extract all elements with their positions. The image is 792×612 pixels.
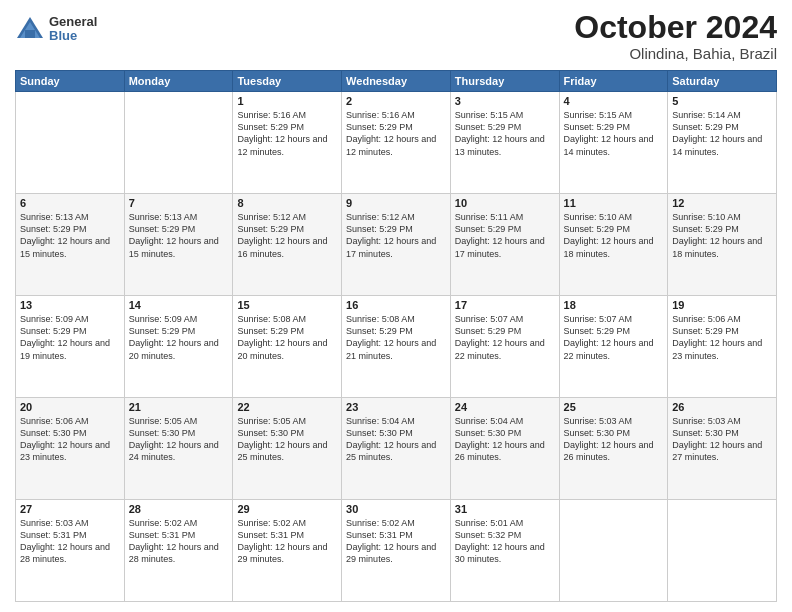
header: General Blue October 2024 Olindina, Bahi… <box>15 10 777 62</box>
day-number: 20 <box>20 401 120 413</box>
calendar-week-row: 6Sunrise: 5:13 AMSunset: 5:29 PMDaylight… <box>16 194 777 296</box>
calendar-cell: 12Sunrise: 5:10 AMSunset: 5:29 PMDayligh… <box>668 194 777 296</box>
calendar-cell: 26Sunrise: 5:03 AMSunset: 5:30 PMDayligh… <box>668 398 777 500</box>
cell-content: Sunrise: 5:02 AMSunset: 5:31 PMDaylight:… <box>129 517 229 566</box>
calendar-cell: 14Sunrise: 5:09 AMSunset: 5:29 PMDayligh… <box>124 296 233 398</box>
cell-content: Sunrise: 5:14 AMSunset: 5:29 PMDaylight:… <box>672 109 772 158</box>
day-number: 4 <box>564 95 664 107</box>
cell-content: Sunrise: 5:12 AMSunset: 5:29 PMDaylight:… <box>346 211 446 260</box>
calendar-table: SundayMondayTuesdayWednesdayThursdayFrid… <box>15 70 777 602</box>
cell-content: Sunrise: 5:03 AMSunset: 5:30 PMDaylight:… <box>672 415 772 464</box>
day-number: 7 <box>129 197 229 209</box>
cell-content: Sunrise: 5:03 AMSunset: 5:31 PMDaylight:… <box>20 517 120 566</box>
calendar-week-row: 20Sunrise: 5:06 AMSunset: 5:30 PMDayligh… <box>16 398 777 500</box>
title-block: October 2024 Olindina, Bahia, Brazil <box>574 10 777 62</box>
calendar-cell: 24Sunrise: 5:04 AMSunset: 5:30 PMDayligh… <box>450 398 559 500</box>
calendar-cell: 30Sunrise: 5:02 AMSunset: 5:31 PMDayligh… <box>342 500 451 602</box>
calendar-week-row: 27Sunrise: 5:03 AMSunset: 5:31 PMDayligh… <box>16 500 777 602</box>
cell-content: Sunrise: 5:16 AMSunset: 5:29 PMDaylight:… <box>237 109 337 158</box>
day-number: 17 <box>455 299 555 311</box>
calendar-cell: 20Sunrise: 5:06 AMSunset: 5:30 PMDayligh… <box>16 398 125 500</box>
logo-text: General Blue <box>49 15 97 44</box>
day-number: 16 <box>346 299 446 311</box>
calendar-cell: 21Sunrise: 5:05 AMSunset: 5:30 PMDayligh… <box>124 398 233 500</box>
weekday-header-saturday: Saturday <box>668 71 777 92</box>
weekday-header-friday: Friday <box>559 71 668 92</box>
cell-content: Sunrise: 5:12 AMSunset: 5:29 PMDaylight:… <box>237 211 337 260</box>
weekday-header-monday: Monday <box>124 71 233 92</box>
day-number: 14 <box>129 299 229 311</box>
day-number: 23 <box>346 401 446 413</box>
cell-content: Sunrise: 5:07 AMSunset: 5:29 PMDaylight:… <box>455 313 555 362</box>
cell-content: Sunrise: 5:09 AMSunset: 5:29 PMDaylight:… <box>129 313 229 362</box>
logo-general-text: General <box>49 15 97 29</box>
cell-content: Sunrise: 5:01 AMSunset: 5:32 PMDaylight:… <box>455 517 555 566</box>
day-number: 15 <box>237 299 337 311</box>
cell-content: Sunrise: 5:05 AMSunset: 5:30 PMDaylight:… <box>237 415 337 464</box>
calendar-cell <box>124 92 233 194</box>
calendar-cell: 4Sunrise: 5:15 AMSunset: 5:29 PMDaylight… <box>559 92 668 194</box>
calendar-cell: 1Sunrise: 5:16 AMSunset: 5:29 PMDaylight… <box>233 92 342 194</box>
cell-content: Sunrise: 5:06 AMSunset: 5:29 PMDaylight:… <box>672 313 772 362</box>
day-number: 11 <box>564 197 664 209</box>
calendar-week-row: 1Sunrise: 5:16 AMSunset: 5:29 PMDaylight… <box>16 92 777 194</box>
calendar-cell: 6Sunrise: 5:13 AMSunset: 5:29 PMDaylight… <box>16 194 125 296</box>
calendar-cell: 15Sunrise: 5:08 AMSunset: 5:29 PMDayligh… <box>233 296 342 398</box>
cell-content: Sunrise: 5:04 AMSunset: 5:30 PMDaylight:… <box>346 415 446 464</box>
logo: General Blue <box>15 14 97 44</box>
day-number: 3 <box>455 95 555 107</box>
cell-content: Sunrise: 5:03 AMSunset: 5:30 PMDaylight:… <box>564 415 664 464</box>
day-number: 31 <box>455 503 555 515</box>
calendar-cell <box>668 500 777 602</box>
calendar-week-row: 13Sunrise: 5:09 AMSunset: 5:29 PMDayligh… <box>16 296 777 398</box>
weekday-header-thursday: Thursday <box>450 71 559 92</box>
day-number: 22 <box>237 401 337 413</box>
calendar-cell: 18Sunrise: 5:07 AMSunset: 5:29 PMDayligh… <box>559 296 668 398</box>
page: General Blue October 2024 Olindina, Bahi… <box>0 0 792 612</box>
cell-content: Sunrise: 5:09 AMSunset: 5:29 PMDaylight:… <box>20 313 120 362</box>
calendar-cell: 17Sunrise: 5:07 AMSunset: 5:29 PMDayligh… <box>450 296 559 398</box>
day-number: 26 <box>672 401 772 413</box>
cell-content: Sunrise: 5:16 AMSunset: 5:29 PMDaylight:… <box>346 109 446 158</box>
day-number: 12 <box>672 197 772 209</box>
calendar-cell: 27Sunrise: 5:03 AMSunset: 5:31 PMDayligh… <box>16 500 125 602</box>
calendar-cell: 7Sunrise: 5:13 AMSunset: 5:29 PMDaylight… <box>124 194 233 296</box>
cell-content: Sunrise: 5:06 AMSunset: 5:30 PMDaylight:… <box>20 415 120 464</box>
cell-content: Sunrise: 5:13 AMSunset: 5:29 PMDaylight:… <box>129 211 229 260</box>
cell-content: Sunrise: 5:08 AMSunset: 5:29 PMDaylight:… <box>237 313 337 362</box>
calendar-cell: 9Sunrise: 5:12 AMSunset: 5:29 PMDaylight… <box>342 194 451 296</box>
calendar-cell: 10Sunrise: 5:11 AMSunset: 5:29 PMDayligh… <box>450 194 559 296</box>
day-number: 9 <box>346 197 446 209</box>
cell-content: Sunrise: 5:08 AMSunset: 5:29 PMDaylight:… <box>346 313 446 362</box>
day-number: 24 <box>455 401 555 413</box>
calendar-cell: 11Sunrise: 5:10 AMSunset: 5:29 PMDayligh… <box>559 194 668 296</box>
calendar-cell: 19Sunrise: 5:06 AMSunset: 5:29 PMDayligh… <box>668 296 777 398</box>
logo-blue-text: Blue <box>49 29 97 43</box>
cell-content: Sunrise: 5:15 AMSunset: 5:29 PMDaylight:… <box>564 109 664 158</box>
day-number: 27 <box>20 503 120 515</box>
calendar-cell: 16Sunrise: 5:08 AMSunset: 5:29 PMDayligh… <box>342 296 451 398</box>
day-number: 2 <box>346 95 446 107</box>
cell-content: Sunrise: 5:04 AMSunset: 5:30 PMDaylight:… <box>455 415 555 464</box>
weekday-header-wednesday: Wednesday <box>342 71 451 92</box>
cell-content: Sunrise: 5:10 AMSunset: 5:29 PMDaylight:… <box>672 211 772 260</box>
day-number: 25 <box>564 401 664 413</box>
day-number: 5 <box>672 95 772 107</box>
day-number: 6 <box>20 197 120 209</box>
cell-content: Sunrise: 5:11 AMSunset: 5:29 PMDaylight:… <box>455 211 555 260</box>
calendar-cell <box>559 500 668 602</box>
day-number: 13 <box>20 299 120 311</box>
day-number: 28 <box>129 503 229 515</box>
calendar-cell: 22Sunrise: 5:05 AMSunset: 5:30 PMDayligh… <box>233 398 342 500</box>
day-number: 30 <box>346 503 446 515</box>
logo-icon <box>15 14 45 44</box>
svg-rect-2 <box>25 30 35 38</box>
day-number: 18 <box>564 299 664 311</box>
calendar-cell: 23Sunrise: 5:04 AMSunset: 5:30 PMDayligh… <box>342 398 451 500</box>
weekday-header-sunday: Sunday <box>16 71 125 92</box>
calendar-cell: 13Sunrise: 5:09 AMSunset: 5:29 PMDayligh… <box>16 296 125 398</box>
cell-content: Sunrise: 5:07 AMSunset: 5:29 PMDaylight:… <box>564 313 664 362</box>
day-number: 21 <box>129 401 229 413</box>
calendar-cell: 31Sunrise: 5:01 AMSunset: 5:32 PMDayligh… <box>450 500 559 602</box>
calendar-cell: 3Sunrise: 5:15 AMSunset: 5:29 PMDaylight… <box>450 92 559 194</box>
